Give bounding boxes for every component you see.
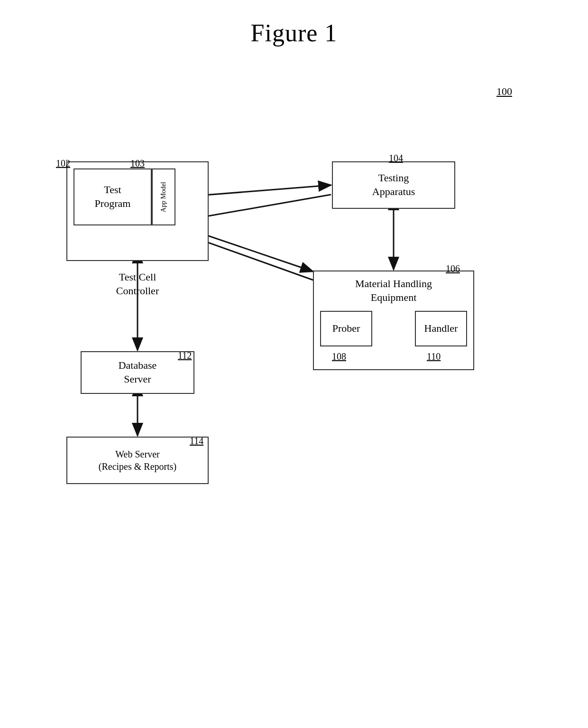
page-title: Figure 1 [0, 0, 588, 47]
test-program-box: Test Program [74, 168, 152, 225]
ref-100-label: 100 [496, 85, 512, 98]
ref-108: 108 [332, 351, 346, 362]
prober-box: Prober [320, 311, 372, 346]
ref-104: 104 [389, 153, 403, 164]
ref-102: 102 [56, 158, 70, 169]
test-cell-controller-label: Test Cell Controller [66, 271, 209, 298]
ref-112: 112 [178, 350, 192, 361]
database-server-box: Database Server [81, 351, 194, 394]
ref-110: 110 [427, 351, 441, 362]
web-server-box: Web Server (Recipes & Reports) [66, 437, 209, 484]
ref-114: 114 [190, 436, 203, 447]
handler-box: Handler [415, 311, 467, 346]
app-model-box: App Model [152, 168, 175, 225]
testing-apparatus-box: Testing Apparatus [332, 161, 455, 209]
ref-106: 106 [446, 263, 460, 274]
ref-103: 103 [130, 158, 145, 169]
